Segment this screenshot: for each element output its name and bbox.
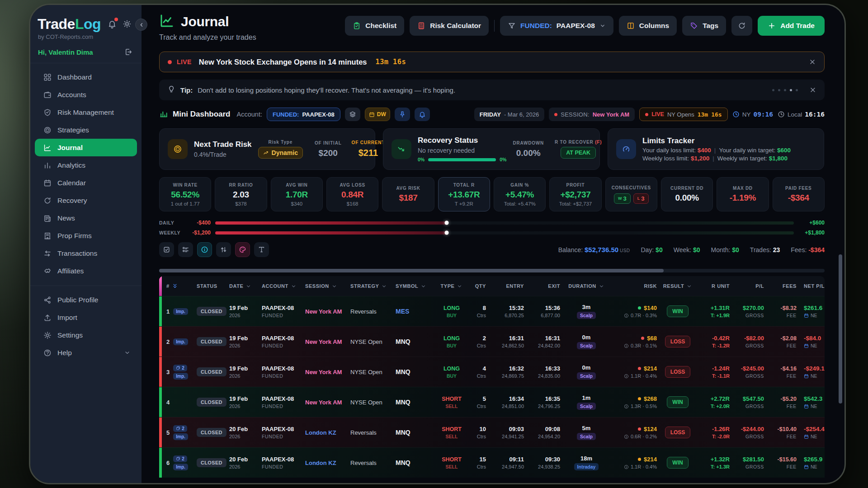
tags-button[interactable]: Tags [682,16,726,36]
column-header-risk[interactable]: RISK [609,283,660,289]
cell-result: LOSS [660,427,695,438]
tip-carousel-dots[interactable] [772,89,798,91]
card-title: Next Trade Risk [194,140,252,149]
session-pill: SESSION:New York AM [549,108,635,121]
select-checkbox-icon[interactable] [159,242,174,257]
sidebar-item-label: Analytics [57,161,85,169]
layers-icon[interactable] [345,108,360,121]
sidebar-item-strategies[interactable]: Strategies [35,121,137,139]
sidebar-item-recovery[interactable]: Recovery [35,192,137,209]
sidebar-item-journal[interactable]: Journal [35,139,137,156]
sidebar-item-dashboard[interactable]: Dashboard [35,68,137,86]
calculator-icon [417,22,425,30]
column-header-fees[interactable]: FEES [768,283,800,289]
target-icon [168,139,188,159]
table-row[interactable]: 62Imp.CLOSED20 Feb2026PAAPEX-08FUNDEDLon… [159,447,825,478]
sort-icon[interactable] [216,242,231,257]
stat-label: PAID FEES [785,186,811,191]
theme-toggle-icon[interactable] [123,19,132,28]
table-row[interactable]: 32Imp.CLOSED19 Feb2026PAAPEX-08FUNDEDNew… [159,357,825,387]
notifications-bell-icon[interactable] [108,19,117,28]
sidebar-item-transactions[interactable]: Transactions [35,244,137,262]
sidebar-item-calendar[interactable]: Calendar [35,174,137,192]
table-row[interactable]: 1Imp.CLOSED19 Feb2026PAAPEX-08FUNDEDNew … [159,296,825,326]
cell-fees: -$8.32FEE [768,305,800,318]
stat-value: 1.70R [286,190,308,200]
cell-result: LOSS [660,366,695,378]
column-header-entry[interactable]: ENTRY [490,283,528,289]
column-header-type[interactable]: TYPE [435,283,468,289]
bar-min-value: -$400 [186,220,211,226]
sidebar-item-public-profile[interactable]: Public Profile [35,291,137,309]
column-header-strategy[interactable]: STRATEGY [347,283,392,289]
cell-index: 2Imp. [159,338,193,345]
account-badge[interactable]: FUNDED:PAAPEX-08 [267,108,340,121]
recovery-left-pct: 0% [418,157,425,162]
add-trade-button[interactable]: Add Trade [758,16,825,36]
table-body: 1Imp.CLOSED19 Feb2026PAAPEX-08FUNDEDNew … [159,296,825,478]
palette-icon[interactable] [235,242,250,257]
stat-sub: Total: +5.47% [504,201,536,206]
card-title: Recovery Status [418,136,506,145]
live-countdown: 13m 16s [376,58,406,66]
column-header-[interactable]: # [159,283,193,289]
sidebar-item-affiliates[interactable]: Affiliates [35,262,137,280]
sidebar-item-accounts[interactable]: Accounts [35,86,137,103]
column-header-symbol[interactable]: SYMBOL [392,283,435,289]
scrollbar-thumb[interactable] [159,269,664,272]
columns-button[interactable]: Columns [619,16,677,36]
table-row[interactable]: 2Imp.CLOSED19 Feb2026PAAPEX-08FUNDEDNew … [159,326,825,357]
column-header-duration[interactable]: DURATION [564,283,609,289]
column-header-p-l[interactable]: P/L [733,283,768,289]
sidebar-item-settings[interactable]: Settings [35,326,137,344]
logout-icon[interactable] [124,48,132,56]
risk-type-value[interactable]: Dynamic [258,147,303,159]
sidebar-item-help[interactable]: Help [35,344,137,361]
shield-icon [43,108,52,117]
stat-sub: $168 [347,201,359,206]
column-header-qty[interactable]: QTY [468,283,490,289]
chevdown-icon [420,283,426,289]
cell-type: SHORTSELL [435,456,468,469]
sidebar-item-news[interactable]: News [35,209,137,227]
text-size-icon[interactable] [254,242,269,257]
column-header-result[interactable]: RESULT [660,283,695,289]
column-header-net-p-l[interactable]: NET P/L [800,283,825,289]
risk-calculator-button[interactable]: Risk Calculator [410,16,489,36]
sidebar-item-import[interactable]: Import [35,309,137,326]
column-header-date[interactable]: DATE [226,283,258,289]
close-icon[interactable] [809,86,816,94]
stat-label: AVG WIN [286,183,307,188]
column-header-account[interactable]: ACCOUNT [258,283,302,289]
cell-date: 19 Feb2026 [226,365,258,379]
daily-weekly-toggle[interactable]: DW [365,108,390,121]
cell-date: 19 Feb2026 [226,335,258,348]
balance-summary: Balance: $52,736.50USD [558,246,630,253]
close-icon[interactable] [809,58,816,66]
column-header-session[interactable]: SESSION [302,283,347,289]
limits-tracker-card: Limits Tracker Your daily loss limit: $4… [608,128,824,170]
list-view-icon[interactable] [178,242,193,257]
info-icon [624,465,629,469]
table-row[interactable]: 4CLOSED19 Feb2026PAAPEX-08FUNDEDNew York… [159,387,825,417]
sidebar-item-risk-management[interactable]: Risk Management [35,103,137,121]
sidebar-item-analytics[interactable]: Analytics [35,156,137,174]
stat-card-profit: PROFIT+$2,737Total: +$2,737 [549,177,601,211]
column-header-exit[interactable]: EXIT [528,283,564,289]
vertical-scrollbar-thumb[interactable] [839,254,842,404]
table-row[interactable]: 52Imp.CLOSED20 Feb2026PAAPEX-08FUNDEDLon… [159,417,825,447]
column-header-status[interactable]: STATUS [193,283,226,289]
sidebar-item-prop-firms[interactable]: Prop Firms [35,227,137,244]
cell-entry: 16:3424,851.00 [490,395,528,409]
refresh-button[interactable] [731,16,752,36]
pin-icon[interactable] [395,108,410,121]
horizontal-scrollbar[interactable] [159,269,825,272]
info-icon[interactable] [197,242,212,257]
cell-entry: 15:326,870.25 [490,305,528,318]
cell-session: New York AM [302,338,347,345]
account-filter-button[interactable]: FUNDED:PAAPEX-08 [500,16,613,36]
sidebar-collapse-button[interactable] [135,19,147,31]
column-header-r-unit[interactable]: R UNIT [695,283,733,289]
checklist-button[interactable]: Checklist [345,16,404,36]
alerts-bell-icon[interactable] [415,108,430,121]
